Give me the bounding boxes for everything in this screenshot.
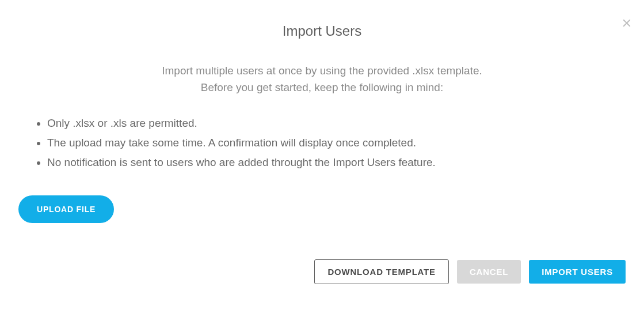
- upload-file-button[interactable]: UPLOAD FILE: [18, 195, 114, 223]
- intro-line-1: Import multiple users at once by using t…: [18, 62, 626, 79]
- list-item: No notification is sent to users who are…: [47, 153, 626, 172]
- close-icon: [622, 18, 632, 28]
- intro-text: Import multiple users at once by using t…: [18, 62, 626, 96]
- instructions-list: Only .xlsx or .xls are permitted. The up…: [18, 114, 626, 173]
- import-users-modal: Import Users Import multiple users at on…: [0, 0, 644, 240]
- list-item: Only .xlsx or .xls are permitted.: [47, 114, 626, 133]
- modal-footer: DOWNLOAD TEMPLATE CANCEL IMPORT USERS: [314, 259, 626, 284]
- import-users-button[interactable]: IMPORT USERS: [529, 260, 626, 284]
- close-button[interactable]: [620, 16, 634, 30]
- modal-title: Import Users: [18, 23, 626, 39]
- intro-line-2: Before you get started, keep the followi…: [18, 79, 626, 96]
- cancel-button[interactable]: CANCEL: [457, 260, 521, 284]
- list-item: The upload may take some time. A confirm…: [47, 133, 626, 153]
- download-template-button[interactable]: DOWNLOAD TEMPLATE: [314, 259, 448, 284]
